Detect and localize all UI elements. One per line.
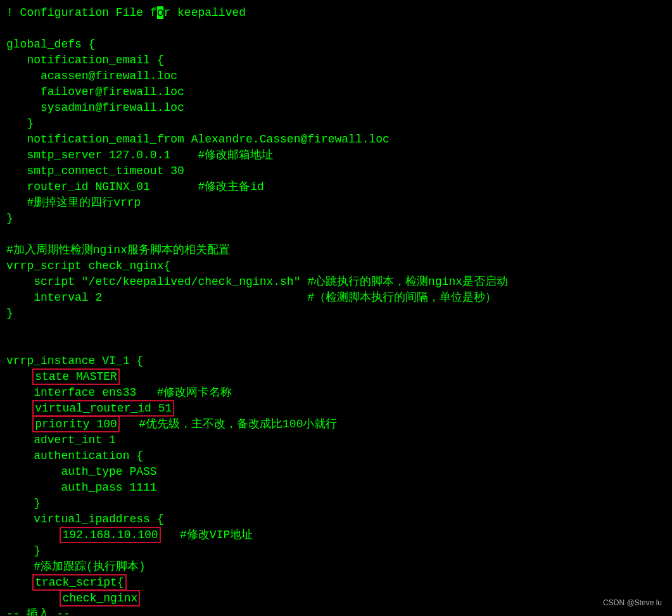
advert-int: advert_int 1 bbox=[6, 434, 116, 446]
watermark: CSDN @Steve lu bbox=[603, 595, 662, 611]
email-3: sysadmin@firewall.loc bbox=[6, 101, 184, 114]
terminal-editor[interactable]: ! Configuration File for keepalived glob… bbox=[6, 5, 666, 616]
router-id: router_id NGINX_01 #修改主备id bbox=[6, 180, 264, 193]
email-1: acassen@firewall.loc bbox=[6, 70, 177, 82]
track-comment: #添加跟踪(执行脚本) bbox=[6, 560, 146, 573]
header-line: ! Configuration File for keepalived bbox=[6, 6, 246, 19]
vrrp-script-open: vrrp_script check_nginx{ bbox=[6, 260, 170, 272]
auth-open: authentication { bbox=[6, 449, 143, 462]
script-line: script "/etc/keepalived/check_nginx.sh" … bbox=[6, 275, 508, 288]
email-2: failover@firewall.loc bbox=[6, 85, 184, 98]
vip-close: } bbox=[6, 544, 41, 557]
interface-line: interface ens33 #修改网卡名称 bbox=[6, 386, 232, 399]
auth-type: auth_type PASS bbox=[6, 465, 157, 478]
global-defs-open: global_defs { bbox=[6, 38, 95, 51]
auth-close: } bbox=[6, 497, 41, 510]
vrid-highlight: virtual_router_id 51 bbox=[32, 400, 174, 417]
vip-highlight: 192.168.10.100 bbox=[60, 527, 160, 543]
vrrp-instance-open: vrrp_instance VI_1 { bbox=[6, 355, 143, 367]
script-comment: #加入周期性检测nginx服务脚本的相关配置 bbox=[6, 244, 230, 256]
state-master-highlight: state MASTER bbox=[32, 368, 120, 385]
notif-from: notification_email_from Alexandre.Cassen… bbox=[6, 133, 390, 146]
check-nginx-highlight: check_nginx bbox=[60, 590, 140, 607]
interval-line: interval 2 #（检测脚本执行的间隔，单位是秒） bbox=[6, 291, 497, 304]
track-script-highlight: track_script{ bbox=[32, 574, 126, 591]
notif-email-open: notification_email { bbox=[6, 54, 163, 66]
priority-highlight: priority 100 bbox=[32, 416, 120, 432]
smtp-server: smtp_server 127.0.0.1 #修改邮箱地址 bbox=[6, 149, 273, 161]
del-comment: #删掉这里的四行vrrp bbox=[6, 196, 141, 209]
vip-open: virtual_ipaddress { bbox=[6, 513, 163, 525]
vim-status: -- 插入 -- bbox=[6, 608, 70, 616]
vrrp-script-close: } bbox=[6, 307, 13, 320]
auth-pass: auth_pass 1111 bbox=[6, 481, 157, 494]
cursor: o bbox=[157, 6, 164, 19]
notif-email-close: } bbox=[6, 117, 34, 130]
global-defs-close: } bbox=[6, 212, 13, 225]
smtp-timeout: smtp_connect_timeout 30 bbox=[6, 165, 184, 177]
